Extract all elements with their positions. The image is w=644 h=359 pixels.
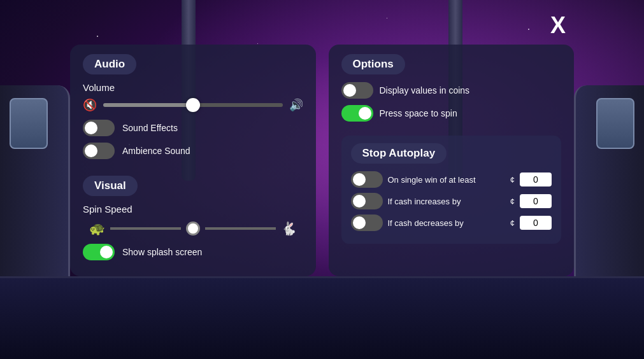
cash-increases-thumb xyxy=(353,195,366,208)
single-win-track xyxy=(351,171,383,188)
cash-decreases-input[interactable] xyxy=(520,216,552,230)
sound-effects-row: Sound Effects xyxy=(83,120,303,136)
audio-title: Audio xyxy=(83,54,136,74)
cash-decreases-currency: ¢ xyxy=(510,218,515,228)
visual-section: Visual Spin Speed 🐢 🐇 Show splash xyxy=(83,176,303,267)
show-splash-track xyxy=(83,244,115,260)
cash-increases-input[interactable] xyxy=(520,194,552,208)
sound-effects-label: Sound Effects xyxy=(122,123,178,133)
single-win-thumb xyxy=(353,173,366,186)
cash-increases-track xyxy=(351,193,383,209)
settings-row: Audio Volume 🔇 🔊 Sound Effects xyxy=(70,45,574,276)
press-space-row: Press space to spin xyxy=(341,105,562,122)
volume-label: Volume xyxy=(83,82,303,93)
cash-decreases-track xyxy=(351,215,383,231)
press-space-toggle[interactable] xyxy=(341,105,373,122)
slow-icon: 🐢 xyxy=(89,221,105,236)
sound-effects-toggle[interactable] xyxy=(83,120,115,136)
display-coins-row: Display values in coins xyxy=(341,82,562,99)
display-coins-label: Display values in coins xyxy=(380,85,470,95)
settings-overlay: X Audio Volume 🔇 🔊 xyxy=(70,45,574,276)
options-title: Options xyxy=(341,54,405,74)
cash-increases-label: If cash increases by xyxy=(388,197,505,206)
cash-decreases-label: If cash decreases by xyxy=(388,218,505,228)
cash-increases-toggle[interactable] xyxy=(351,193,383,209)
single-win-toggle[interactable] xyxy=(351,171,383,188)
volume-row: 🔇 🔊 xyxy=(83,98,303,112)
display-coins-track xyxy=(341,82,373,99)
speed-line-right xyxy=(205,227,276,230)
mute-icon[interactable]: 🔇 xyxy=(83,98,97,112)
press-space-label: Press space to spin xyxy=(380,108,457,118)
single-win-input[interactable] xyxy=(520,172,552,187)
close-button[interactable]: X xyxy=(542,10,574,41)
ambience-thumb xyxy=(85,144,97,157)
single-win-row: On single win of at least ¢ xyxy=(351,171,552,188)
display-coins-toggle[interactable] xyxy=(341,82,373,99)
ambience-track xyxy=(83,143,115,159)
sound-effects-thumb xyxy=(85,122,97,134)
speaker-icon: 🔊 xyxy=(289,98,303,112)
sound-effects-track xyxy=(83,120,115,136)
visual-title: Visual xyxy=(83,176,138,196)
volume-slider[interactable] xyxy=(103,103,283,107)
cash-decreases-row: If cash decreases by ¢ xyxy=(351,215,552,231)
spin-speed-row: 🐢 🐇 xyxy=(83,221,303,236)
ambience-row: Ambience Sound xyxy=(83,143,303,159)
single-win-currency: ¢ xyxy=(510,175,515,185)
show-splash-label: Show splash screen xyxy=(122,247,202,257)
ambience-label: Ambience Sound xyxy=(122,146,190,156)
fast-icon: 🐇 xyxy=(281,221,297,236)
show-splash-toggle[interactable] xyxy=(83,244,115,260)
show-splash-thumb xyxy=(100,246,113,258)
speed-line-left xyxy=(110,227,181,230)
stop-autoplay-section: Stop Autoplay On single win of at least … xyxy=(341,136,562,244)
stop-autoplay-title: Stop Autoplay xyxy=(351,143,447,164)
press-space-thumb xyxy=(359,107,371,120)
spin-speed-label: Spin Speed xyxy=(83,204,303,215)
cash-increases-row: If cash increases by ¢ xyxy=(351,193,552,209)
display-coins-thumb xyxy=(343,84,356,97)
right-panel: Options Display values in coins xyxy=(329,45,575,276)
press-space-track xyxy=(341,105,373,122)
single-win-label: On single win of at least xyxy=(388,175,505,185)
ambience-toggle[interactable] xyxy=(83,143,115,159)
speed-dot[interactable] xyxy=(186,222,200,236)
options-section: Options Display values in coins xyxy=(341,54,562,128)
left-panel: Audio Volume 🔇 🔊 Sound Effects xyxy=(70,45,316,276)
show-splash-row: Show splash screen xyxy=(83,244,303,260)
cash-decreases-thumb xyxy=(353,216,366,229)
cash-increases-currency: ¢ xyxy=(510,197,515,206)
cash-decreases-toggle[interactable] xyxy=(351,215,383,231)
audio-section: Audio Volume 🔇 🔊 Sound Effects xyxy=(83,54,303,165)
